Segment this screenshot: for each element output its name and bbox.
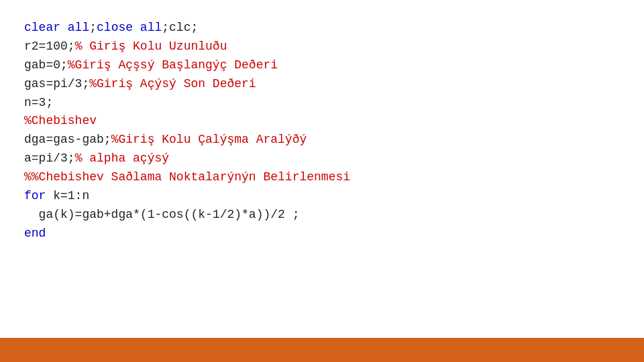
code-area: clear all;close all;clc; r2=100;% Giriş … [0,0,644,338]
line-3: gab=0;%Giriş Açşsý Başlangýç Deðeri [24,58,278,72]
line-7: dga=gas-gab;%Giriş Kolu Çalýşma Aralýðý [24,133,307,146]
line-9: %%Chebishev Saðlama Noktalarýnýn Belirle… [24,170,350,184]
bottom-bar [0,338,644,362]
code-block: clear all;close all;clc; r2=100;% Giriş … [24,19,620,243]
line-4: gas=pi/3;%Giriş Açýsý Son Deðeri [24,77,256,90]
line-6: %Chebishev [24,114,97,127]
line-12: end [24,227,46,240]
line-2: r2=100;% Giriş Kolu Uzunluðu [24,40,227,53]
line-8: a=pi/3;% alpha açýsý [24,152,169,165]
main-container: clear all;close all;clc; r2=100;% Giriş … [0,0,644,362]
line-5: n=3; [24,96,53,109]
line-11: ga(k)=gab+dga*(1-cos((k-1/2)*a))/2 ; [24,208,299,221]
line-1: clear all;close all;clc; [24,21,198,34]
line-10: for k=1:n [24,189,89,202]
